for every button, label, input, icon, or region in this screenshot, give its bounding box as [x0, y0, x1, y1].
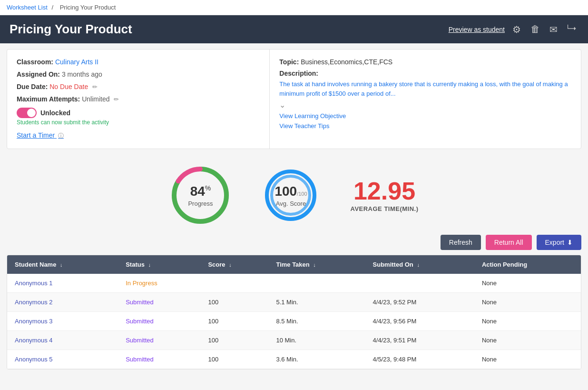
- classroom-value: Culinary Arts II: [55, 58, 98, 66]
- header-actions: Preview as student ⚙ 🗑 ✉ ⮡: [449, 23, 578, 36]
- preview-as-student-link[interactable]: Preview as student: [449, 26, 505, 33]
- progress-value: 84%: [190, 184, 211, 199]
- cell-score: 100: [200, 331, 268, 350]
- cell-student-name: Anonymous 5: [7, 350, 118, 369]
- cell-status: Submitted: [118, 331, 200, 350]
- col-submitted-on[interactable]: Submitted On ↓: [365, 255, 474, 274]
- students-table: Student Name ↓ Status ↓ Score ↓ Time Tak…: [7, 255, 581, 369]
- settings-button[interactable]: ⚙: [510, 23, 523, 36]
- table-row: Anonymous 4 Submitted 100 10 Min. 4/4/23…: [7, 331, 581, 350]
- sort-arrow-submitted: ↓: [417, 262, 420, 268]
- table-header-row: Student Name ↓ Status ↓ Score ↓ Time Tak…: [7, 255, 581, 274]
- stats-row: 84% Progress 100 /100 Avg. Score 12.95 A…: [0, 155, 588, 231]
- start-timer-link[interactable]: Start a Timer ⓘ: [17, 131, 64, 140]
- classroom-row: Classroom: Culinary Arts II: [17, 58, 260, 66]
- table-row: Anonymous 5 Submitted 100 3.6 Min. 4/5/2…: [7, 350, 581, 369]
- table-row: Anonymous 3 Submitted 100 8.5 Min. 4/4/2…: [7, 312, 581, 331]
- cell-student-name: Anonymous 2: [7, 293, 118, 312]
- export-button[interactable]: Export ⬇: [537, 235, 581, 250]
- progress-label: Progress: [188, 200, 213, 207]
- student-link[interactable]: Anonymous 4: [15, 337, 53, 344]
- max-attempts-value: Unlimited: [82, 95, 109, 103]
- cell-score: 100: [200, 350, 268, 369]
- cell-score: 100: [200, 312, 268, 331]
- breadcrumb-separator: /: [51, 4, 53, 11]
- col-action-pending: Action Pending: [474, 255, 581, 274]
- email-icon: ✉: [549, 24, 558, 35]
- timer-label: Start a Timer: [17, 131, 55, 139]
- student-link[interactable]: Anonymous 3: [15, 318, 53, 325]
- student-link[interactable]: Anonymous 1: [15, 280, 53, 287]
- progress-center: 84% Progress: [188, 184, 213, 207]
- cell-time-taken: 5.1 Min.: [268, 293, 365, 312]
- col-student-name[interactable]: Student Name ↓: [7, 255, 118, 274]
- cell-status: Submitted: [118, 350, 200, 369]
- return-all-button[interactable]: Return All: [486, 235, 532, 250]
- avg-time-value: 12.95: [350, 179, 418, 203]
- student-link[interactable]: Anonymous 5: [15, 356, 53, 363]
- col-status[interactable]: Status ↓: [118, 255, 200, 274]
- cell-action-pending: None: [474, 293, 581, 312]
- progress-stat: 84% Progress: [169, 164, 231, 226]
- status-badge: Submitted: [126, 356, 154, 363]
- view-teacher-tips-link[interactable]: View Teacher Tips: [279, 122, 571, 130]
- max-attempts-label: Maximum Attempts:: [17, 95, 80, 103]
- cell-action-pending: None: [474, 312, 581, 331]
- cell-time-taken: 3.6 Min.: [268, 350, 365, 369]
- cell-status: Submitted: [118, 312, 200, 331]
- expand-description-button[interactable]: ⌄: [279, 100, 571, 110]
- status-badge: In Progress: [126, 280, 157, 287]
- gear-icon: ⚙: [512, 24, 521, 35]
- cell-time-taken: 8.5 Min.: [268, 312, 365, 331]
- table-row: Anonymous 2 Submitted 100 5.1 Min. 4/4/2…: [7, 293, 581, 312]
- share-button[interactable]: ⮡: [565, 23, 578, 36]
- breadcrumb-worksheet-list[interactable]: Worksheet List: [7, 4, 48, 11]
- unlock-toggle[interactable]: [17, 108, 37, 118]
- cell-status: Submitted: [118, 293, 200, 312]
- cell-action-pending: None: [474, 350, 581, 369]
- assigned-label: Assigned On:: [17, 70, 60, 78]
- info-icon: ⓘ: [58, 132, 64, 139]
- unlock-toggle-row: Unlocked: [17, 108, 260, 118]
- sort-arrow-time: ↓: [313, 262, 316, 268]
- cell-submitted-on: 4/4/23, 9:51 PM: [365, 331, 474, 350]
- score-value: 100: [274, 184, 297, 199]
- avg-time-stat: 12.95 AVERAGE TIME(MIN.): [350, 179, 418, 212]
- share-icon: ⮡: [567, 24, 577, 34]
- info-card: Classroom: Culinary Arts II Assigned On:…: [7, 49, 581, 149]
- assigned-on-row: Assigned On: 3 months ago: [17, 70, 260, 78]
- email-button[interactable]: ✉: [548, 23, 559, 36]
- score-sub: /100: [297, 191, 307, 197]
- view-learning-objective-link[interactable]: View Learning Objective: [279, 112, 571, 120]
- score-label: Avg. Score: [274, 200, 307, 207]
- student-link[interactable]: Anonymous 2: [15, 299, 53, 306]
- cell-score: [200, 274, 268, 293]
- col-score[interactable]: Score ↓: [200, 255, 268, 274]
- col-time-taken[interactable]: Time Taken ↓: [268, 255, 365, 274]
- actions-bar: Refresh Return All Export ⬇: [0, 231, 588, 255]
- cell-action-pending: None: [474, 274, 581, 293]
- delete-button[interactable]: 🗑: [529, 23, 542, 36]
- info-left-panel: Classroom: Culinary Arts II Assigned On:…: [7, 50, 270, 149]
- toggle-label: Unlocked: [40, 109, 70, 117]
- classroom-label: Classroom:: [17, 58, 53, 66]
- page-header: Pricing Your Product Preview as student …: [0, 15, 588, 43]
- cell-submitted-on: [365, 274, 474, 293]
- sort-arrow-student: ↓: [60, 262, 63, 268]
- cell-time-taken: [268, 274, 365, 293]
- refresh-button[interactable]: Refresh: [441, 235, 481, 250]
- due-date-edit-icon[interactable]: ✏: [92, 83, 98, 90]
- cell-student-name: Anonymous 1: [7, 274, 118, 293]
- sort-arrow-score: ↓: [229, 262, 232, 268]
- score-stat: 100 /100 Avg. Score: [260, 164, 322, 226]
- table-row: Anonymous 1 In Progress None: [7, 274, 581, 293]
- cell-student-name: Anonymous 4: [7, 331, 118, 350]
- students-table-container: Student Name ↓ Status ↓ Score ↓ Time Tak…: [7, 255, 581, 370]
- avg-time-label: AVERAGE TIME(MIN.): [350, 205, 418, 212]
- cell-score: 100: [200, 293, 268, 312]
- topic-row: Topic: Business,Economics,CTE,FCS: [279, 58, 571, 66]
- max-attempts-edit-icon[interactable]: ✏: [114, 96, 119, 103]
- due-date-value: No Due Date: [49, 83, 88, 90]
- trash-icon: 🗑: [530, 24, 540, 34]
- toggle-sublabel: Students can now submit the activity: [17, 119, 260, 126]
